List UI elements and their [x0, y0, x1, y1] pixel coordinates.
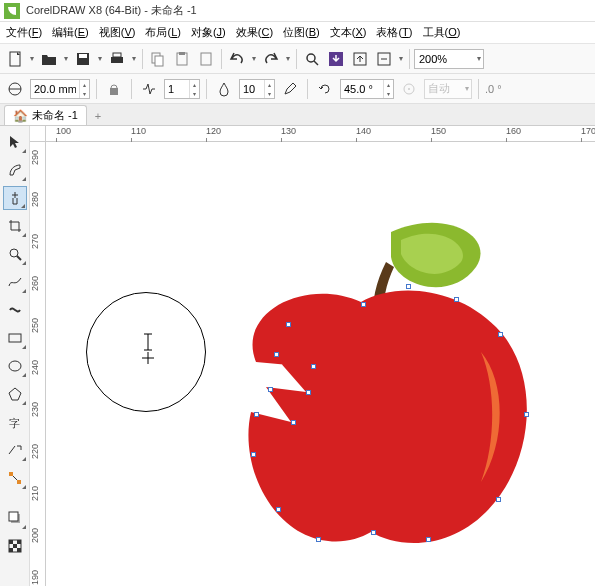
control-node[interactable]	[276, 507, 281, 512]
open-button[interactable]	[38, 48, 60, 70]
freq-field[interactable]: ▴▾	[164, 79, 200, 99]
dimension-tool[interactable]	[3, 438, 27, 462]
import-button[interactable]	[325, 48, 347, 70]
menu-text[interactable]: 文本(X)	[330, 25, 367, 40]
menu-bitmap[interactable]: 位图(B)	[283, 25, 320, 40]
open-dropdown[interactable]: ▾	[62, 54, 70, 63]
drawing-canvas[interactable]	[46, 142, 595, 586]
app-logo-icon	[4, 3, 20, 19]
spinner[interactable]: ▴▾	[79, 80, 89, 98]
control-node[interactable]	[406, 284, 411, 289]
smoothing-input[interactable]	[240, 83, 264, 95]
publish-dropdown[interactable]: ▾	[397, 54, 405, 63]
crop-tool[interactable]	[3, 214, 27, 238]
vertical-ruler[interactable]: 290280270260250240230220210200190	[30, 142, 46, 586]
control-node[interactable]	[371, 530, 376, 535]
zoom-dropdown[interactable]: ▾	[475, 54, 483, 63]
menu-object[interactable]: 对象(J)	[191, 25, 226, 40]
undo-button[interactable]	[226, 48, 248, 70]
spinner[interactable]: ▴▾	[264, 80, 274, 98]
clipboard-button[interactable]	[195, 48, 217, 70]
save-button[interactable]	[72, 48, 94, 70]
ellipse-tool[interactable]	[3, 354, 27, 378]
menu-edit[interactable]: 编辑(E)	[52, 25, 89, 40]
transparency-tool[interactable]	[3, 534, 27, 558]
pen-pressure-button[interactable]	[279, 78, 301, 100]
control-node[interactable]	[254, 412, 259, 417]
freq-input[interactable]	[165, 83, 189, 95]
menu-effect[interactable]: 效果(C)	[236, 25, 273, 40]
drop-shadow-tool[interactable]	[3, 506, 27, 530]
zoom-tool[interactable]	[3, 242, 27, 266]
new-button[interactable]	[4, 48, 26, 70]
shape-tool[interactable]	[3, 158, 27, 182]
bearing-button[interactable]	[398, 78, 420, 100]
eraser-tool[interactable]	[3, 186, 27, 210]
control-node[interactable]	[361, 302, 366, 307]
menu-tools[interactable]: 工具(O)	[423, 25, 461, 40]
redo-button[interactable]	[260, 48, 282, 70]
copy-button[interactable]	[147, 48, 169, 70]
spinner[interactable]: ▴▾	[189, 80, 199, 98]
smoothing-field[interactable]: ▴▾	[239, 79, 275, 99]
control-node[interactable]	[426, 537, 431, 542]
paste-button[interactable]	[171, 48, 193, 70]
tab-label: 未命名 -1	[32, 108, 78, 123]
apple-shape[interactable]	[196, 212, 536, 554]
export-button[interactable]	[349, 48, 371, 70]
spinner[interactable]: ▴▾	[383, 80, 393, 98]
freehand-tool[interactable]	[3, 270, 27, 294]
control-node[interactable]	[524, 412, 529, 417]
polygon-tool[interactable]	[3, 382, 27, 406]
angle-field[interactable]: ▴▾	[340, 79, 394, 99]
control-node[interactable]	[291, 420, 296, 425]
menu-layout[interactable]: 布局(L)	[145, 25, 180, 40]
pick-tool[interactable]	[3, 130, 27, 154]
freq-icon-btn[interactable]	[138, 78, 160, 100]
control-node[interactable]	[498, 332, 503, 337]
horizontal-ruler[interactable]: 100110120130140150160170	[46, 126, 595, 142]
zoom-combo[interactable]: ▾	[414, 49, 484, 69]
rotation-icon-btn[interactable]	[314, 78, 336, 100]
control-node[interactable]	[316, 537, 321, 542]
print-button[interactable]	[106, 48, 128, 70]
text-tool[interactable]: 字	[3, 410, 27, 434]
redo-dropdown[interactable]: ▾	[284, 54, 292, 63]
clipboard-icon	[198, 51, 214, 67]
control-node[interactable]	[286, 322, 291, 327]
add-tab-button[interactable]: +	[89, 107, 107, 125]
auto-reduce-button[interactable]	[103, 78, 125, 100]
eraser-size-field[interactable]: ▴▾	[30, 79, 90, 99]
artistic-media-tool[interactable]	[3, 298, 27, 322]
angle-input[interactable]	[341, 83, 383, 95]
control-node[interactable]	[268, 387, 273, 392]
control-node[interactable]	[496, 497, 501, 502]
control-node[interactable]	[454, 297, 459, 302]
print-dropdown[interactable]: ▾	[130, 54, 138, 63]
search-button[interactable]	[301, 48, 323, 70]
rectangle-tool[interactable]	[3, 326, 27, 350]
control-node[interactable]	[251, 452, 256, 457]
zoom-input[interactable]	[415, 53, 475, 65]
search-icon	[304, 51, 320, 67]
control-node[interactable]	[274, 352, 279, 357]
menu-view[interactable]: 视图(V)	[99, 25, 136, 40]
control-node[interactable]	[306, 390, 311, 395]
menu-table[interactable]: 表格(T)	[376, 25, 412, 40]
svg-rect-3	[111, 57, 123, 63]
tab-doc1[interactable]: 🏠 未命名 -1	[4, 105, 87, 125]
eraser-shape-circle[interactable]	[4, 78, 26, 100]
svg-rect-27	[17, 480, 21, 484]
separator	[131, 79, 132, 99]
svg-rect-35	[17, 540, 21, 544]
save-dropdown[interactable]: ▾	[96, 54, 104, 63]
pressure-button[interactable]	[213, 78, 235, 100]
publish-button[interactable]	[373, 48, 395, 70]
control-node[interactable]	[311, 364, 316, 369]
connector-tool[interactable]	[3, 466, 27, 490]
menu-file[interactable]: 文件(F)	[6, 25, 42, 40]
undo-dropdown[interactable]: ▾	[250, 54, 258, 63]
eraser-size-input[interactable]	[31, 83, 79, 95]
auto-dropdown[interactable]: ▾	[463, 84, 471, 93]
new-dropdown[interactable]: ▾	[28, 54, 36, 63]
